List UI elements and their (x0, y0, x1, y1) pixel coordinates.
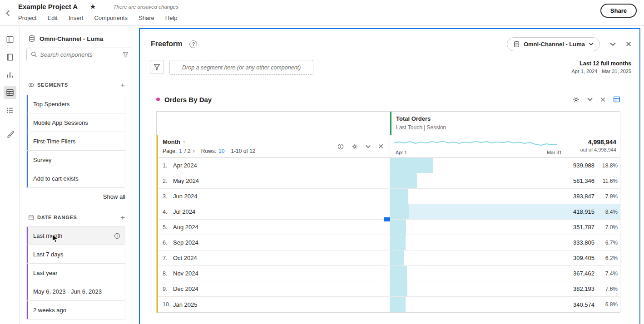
search-input[interactable] (40, 51, 120, 58)
row-number: 2. (163, 178, 173, 184)
info-icon[interactable] (337, 143, 344, 150)
date-range-item[interactable]: Last month (26, 226, 125, 245)
metric-percent: 6.7% (599, 240, 618, 246)
metric-cell[interactable]: 367,4627.4% (390, 266, 620, 281)
metric-header-cell[interactable]: Total Orders Last Touch | Session (390, 112, 620, 135)
panels-icon[interactable] (4, 33, 16, 46)
metric-cell[interactable]: 333,8056.7% (390, 235, 620, 250)
menu-project[interactable]: Project (18, 15, 36, 21)
table-row[interactable]: 1.Apr 2024 939,98818.8% (157, 158, 620, 173)
table-row[interactable]: 9.Dec 2024 382,1937.6% (157, 281, 620, 297)
segment-dropzone[interactable]: Drop a segment here (or any other compon… (169, 60, 313, 75)
freeform-table-icon[interactable] (4, 86, 16, 99)
trend-sparkline (394, 138, 557, 149)
add-date-range-button[interactable]: + (120, 214, 125, 221)
metric-cell[interactable]: 393,8477.9% (390, 189, 620, 204)
next-page-icon[interactable]: › (193, 147, 194, 154)
design-brush-icon[interactable] (4, 128, 16, 141)
menu-help[interactable]: Help (165, 15, 178, 21)
dimension-name: Month (163, 138, 180, 145)
date-ranges-label: DATE RANGES (37, 215, 77, 220)
table-row[interactable]: 5.Aug 2024 351,7877.0% (157, 220, 620, 235)
dimension-header-cell[interactable]: Month ↑ Page: 1 / 2 › Rows: (157, 135, 390, 157)
menu-share[interactable]: Share (139, 15, 154, 21)
value-bar (390, 235, 406, 250)
visualizations-chart-icon[interactable] (4, 69, 16, 81)
date-range-item[interactable]: Last 7 days (26, 245, 125, 264)
table-row[interactable]: 10.Jan 2025 340,5746.8% (157, 297, 620, 312)
show-all-link[interactable]: Show all (20, 193, 125, 200)
component-search-box[interactable] (26, 48, 133, 61)
table-row[interactable]: 7.Oct 2024 309,4056.2% (157, 250, 620, 266)
collapse-panel-icon[interactable] (610, 42, 616, 46)
panel-filter-button[interactable] (150, 60, 164, 74)
date-range-item[interactable]: Last year (26, 264, 125, 282)
components-list-icon[interactable] (4, 104, 16, 117)
metric-cell[interactable]: 340,5746.8% (390, 297, 620, 312)
dimension-cell[interactable]: 9.Dec 2024 (157, 281, 390, 296)
table-row[interactable]: 2.May 2024 581,34611.6% (157, 173, 620, 189)
sort-ascending-icon[interactable]: ↑ (183, 139, 185, 145)
segment-item[interactable]: Survey (26, 151, 125, 169)
column-collapse-icon[interactable] (366, 145, 371, 148)
add-segment-button[interactable]: + (120, 81, 125, 89)
segment-item[interactable]: First-Time Fliers (26, 132, 125, 151)
panel-dataset-selector[interactable]: Omni-Channel - Luma (507, 37, 600, 51)
row-number: 8. (163, 270, 173, 277)
row-number: 6. (163, 240, 173, 246)
menu-components[interactable]: Components (94, 15, 128, 21)
filter-funnel-icon[interactable] (123, 52, 129, 58)
dimension-cell[interactable]: 6.Sep 2024 (157, 235, 390, 250)
panel-date-range[interactable]: Last 12 full months Apr 1, 2024 - Mar 31… (572, 60, 631, 74)
menu-edit[interactable]: Edit (47, 15, 57, 21)
dimension-cell[interactable]: 3.Jun 2024 (157, 189, 390, 204)
favorite-star-icon[interactable]: ★ (89, 3, 96, 10)
segment-item[interactable]: Add to cart exists (26, 169, 125, 188)
metric-value: 382,193 (573, 285, 594, 292)
info-icon[interactable] (114, 233, 120, 239)
segment-item[interactable]: Mobile App Sessions (26, 113, 125, 132)
viz-close-icon[interactable] (600, 97, 605, 102)
metric-cell[interactable]: 581,34611.6% (390, 173, 620, 188)
dimension-cell[interactable]: 2.May 2024 (157, 173, 390, 188)
column-settings-gear-icon[interactable] (352, 143, 358, 150)
metric-percent: 6.2% (599, 255, 618, 261)
viz-collapse-icon[interactable] (587, 98, 593, 101)
dimension-value: Nov 2024 (173, 270, 198, 277)
metric-cell[interactable]: 309,4056.2% (390, 250, 620, 265)
freeform-table: Total Orders Last Touch | Session Month … (156, 111, 620, 313)
table-row[interactable]: 6.Sep 2024 333,8056.7% (157, 235, 620, 250)
share-button[interactable]: Share (600, 4, 637, 18)
segment-item[interactable]: Top Spenders (26, 95, 125, 113)
dimension-cell[interactable]: 7.Oct 2024 (157, 250, 390, 265)
menu-insert[interactable]: Insert (69, 15, 84, 21)
dimension-cell[interactable]: 10.Jan 2025 (157, 297, 390, 312)
dimension-cell[interactable]: 4.Jul 2024 (157, 204, 390, 219)
table-row[interactable]: 8.Nov 2024 367,4627.4% (157, 266, 620, 281)
dimension-cell[interactable]: 8.Nov 2024 (157, 266, 390, 281)
dimension-cell[interactable]: 1.Apr 2024 (157, 158, 390, 173)
column-close-icon[interactable] (378, 144, 383, 149)
metric-cell[interactable]: 418,9158.4% (390, 204, 620, 219)
metric-cell[interactable]: 351,7877.0% (390, 220, 620, 235)
dimension-cell[interactable]: 5.Aug 2024 (157, 220, 390, 235)
viz-header: Orders By Day (156, 94, 620, 105)
components-book-icon[interactable] (4, 51, 16, 64)
date-range-item[interactable]: 2 weeks ago (26, 301, 125, 319)
segment-label: Add to cart exists (33, 175, 79, 182)
table-row[interactable]: 3.Jun 2024 393,8477.9% (157, 189, 620, 204)
unsaved-changes-notice: There are unsaved changes (114, 4, 178, 10)
close-panel-icon[interactable] (626, 41, 631, 47)
date-range-item[interactable]: May 6, 2023 - Jun 6, 2023 (26, 282, 125, 301)
metric-cell[interactable]: 382,1937.6% (390, 281, 620, 296)
sidebar-dataset-row[interactable]: Omni-Channel - Luma (20, 26, 132, 45)
viz-settings-gear-icon[interactable] (573, 96, 580, 103)
current-page-link[interactable]: 1 (179, 148, 182, 154)
segments-icon (28, 82, 34, 88)
back-button[interactable] (0, 0, 15, 26)
help-icon[interactable]: ? (189, 40, 197, 48)
viz-color-dot (156, 98, 160, 101)
rows-per-page-link[interactable]: 10 (218, 148, 224, 154)
metric-cell[interactable]: 939,98818.8% (390, 158, 620, 173)
data-table-view-icon[interactable] (613, 96, 620, 103)
